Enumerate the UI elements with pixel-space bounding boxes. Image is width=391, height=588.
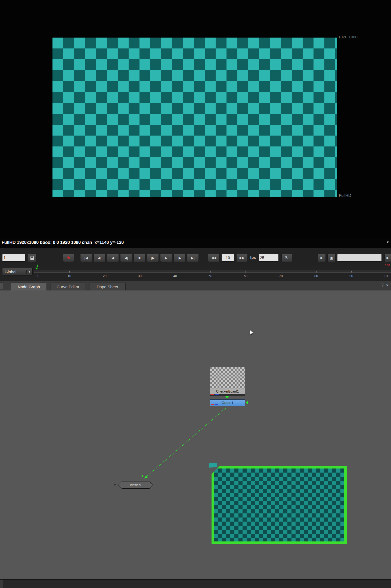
red-channel-chip	[211, 404, 214, 405]
node-label: Viewer1	[130, 483, 141, 487]
chevron-down-icon: ▾	[26, 270, 30, 274]
checkerboard-render-image	[52, 38, 337, 197]
tick-mark	[175, 271, 175, 272]
tab-dope-sheet[interactable]: Dope Sheet	[89, 283, 126, 290]
viewer-format-label: FullHD	[339, 193, 351, 198]
red-channel-chip	[210, 394, 214, 395]
float-pane-icon[interactable]	[379, 284, 383, 287]
frame-range-value: Global	[5, 270, 16, 274]
node-viewer1[interactable]: Viewer1	[118, 482, 153, 489]
output-connector-arrow[interactable]	[225, 396, 229, 399]
timeline-bar[interactable]: Global ▾ 1 10 20 30 40 50 60 70 80 90 10…	[0, 266, 391, 281]
mask-input-arrow[interactable]	[246, 401, 248, 404]
tick-label: 20	[103, 274, 106, 278]
tab-node-graph[interactable]: Node Graph	[11, 283, 47, 290]
play-forward-button[interactable]: ▶	[160, 254, 172, 262]
step-forward-button[interactable]: |▶	[147, 254, 159, 262]
tick-mark	[69, 271, 70, 272]
goto-start-button[interactable]: |◀	[80, 254, 92, 262]
frame-range-input[interactable]	[337, 254, 382, 262]
fps-label: fps	[250, 255, 256, 260]
close-icon[interactable]: ×	[386, 283, 389, 288]
node-checkerboard1[interactable]: CheckerBoard1	[210, 367, 245, 396]
tick-label: 30	[138, 274, 141, 278]
tab-curve-editor[interactable]: Curve Editor	[51, 283, 85, 290]
preview-checkerboard	[214, 468, 344, 541]
node-label: CheckerBoard1	[210, 389, 245, 394]
nuke-window: 1920,1080 FullHD FullHD 1920x1080 bbox: …	[0, 0, 391, 588]
tick-mark	[140, 271, 140, 272]
render-button[interactable]: ▣	[327, 254, 336, 262]
current-frame-input[interactable]	[2, 254, 26, 262]
pane-grip-handle[interactable]	[0, 282, 3, 289]
bottom-handle[interactable]	[0, 580, 3, 588]
pane-tab-bar: Node Graph Curve Editor Dope Sheet ×	[0, 281, 391, 291]
tick-mark	[210, 271, 211, 272]
overflow-button[interactable]: ▶	[384, 254, 391, 262]
viewer-input-arrow: ▸	[114, 482, 116, 486]
tick-mark	[38, 271, 38, 272]
checkerboard-thumbnail	[210, 367, 245, 388]
play-backward-keyframe-button[interactable]: ◀∙	[94, 254, 105, 262]
abort-render-button[interactable]: *	[63, 254, 74, 262]
mouse-cursor	[249, 329, 255, 336]
viewer-status-text: FullHD 1920x1080 bbox: 0 0 1920 1080 cha…	[2, 240, 124, 245]
loop-playback-button[interactable]: ↻	[281, 254, 292, 262]
tick-label: 100	[384, 274, 389, 278]
tick-label: 1	[37, 274, 39, 278]
preview-corner-tab	[209, 463, 218, 468]
tick-mark	[387, 271, 387, 272]
tick-mark	[105, 271, 105, 272]
lock-icon	[30, 256, 34, 258]
viewer-resolution-label: 1920,1080	[338, 35, 358, 39]
play-forward-keyframe-button[interactable]: ∙▶	[173, 254, 185, 262]
node-label: Grade1	[222, 401, 233, 405]
render-preview-thumbnail[interactable]	[212, 466, 347, 544]
tick-label: 90	[349, 274, 353, 278]
timeline-ruler[interactable]	[34, 271, 391, 273]
tick-mark	[316, 271, 316, 272]
blue-channel-chip	[215, 404, 218, 405]
transport-bar: ⁚ * |◀ ◀∙ ◀ ◀| ■ |▶ ▶ ∙▶ ▶| ◀◀ ▶▶ fps ↻ …	[0, 248, 391, 267]
channel-chips	[210, 394, 245, 395]
jump-forward-button[interactable]: ▶▶	[236, 254, 248, 262]
step-back-button[interactable]: ◀|	[120, 254, 132, 262]
red-asterisk-icon: *	[67, 258, 70, 260]
tick-label: 10	[67, 274, 71, 278]
goto-end-button[interactable]: ▶|	[187, 254, 199, 262]
node-graph-pane[interactable]: 1 CheckerBoard1 Grade1 Viewer1 ▸	[0, 290, 391, 579]
chevron-down-icon[interactable]: ▼	[386, 240, 389, 244]
tick-label: 50	[209, 274, 212, 278]
blue-channel-chip	[215, 394, 219, 395]
bottom-status-bar	[0, 579, 391, 588]
tick-label: 40	[173, 274, 177, 278]
tick-label: 60	[244, 274, 247, 278]
drag-handle-icon[interactable]: ⁚	[2, 247, 4, 253]
stop-button[interactable]: ■	[134, 254, 145, 262]
tick-mark	[246, 271, 246, 272]
viewer-pane[interactable]: 1920,1080 FullHD	[0, 0, 391, 238]
tick-label: 70	[279, 274, 283, 278]
play-backward-button[interactable]: ◀	[107, 254, 119, 262]
tick-mark	[281, 271, 281, 272]
fps-input[interactable]	[259, 254, 279, 262]
jump-back-button[interactable]: ◀◀	[208, 254, 219, 262]
frame-increment-input[interactable]	[221, 254, 234, 262]
flipbook-button[interactable]: ▶	[318, 254, 326, 262]
tick-label: 80	[314, 274, 318, 278]
out-point-marker[interactable]: 100	[385, 264, 391, 267]
frame-range-dropdown[interactable]: Global ▾	[2, 268, 33, 275]
lock-frame-button[interactable]	[28, 254, 36, 262]
pipe-input-number: 1	[141, 474, 143, 478]
in-point-marker[interactable]: 1	[36, 264, 38, 268]
tick-mark	[351, 271, 352, 272]
viewer-status-bar: FullHD 1920x1080 bbox: 0 0 1920 1080 cha…	[0, 238, 391, 248]
